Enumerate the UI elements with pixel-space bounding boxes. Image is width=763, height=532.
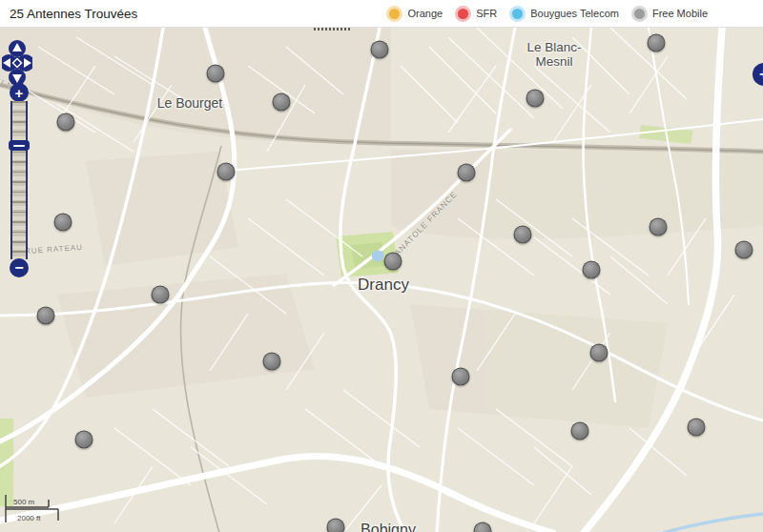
legend-label: SFR	[476, 8, 497, 19]
zoom-in-button[interactable]: +	[10, 83, 29, 102]
antenna-marker[interactable]	[452, 368, 470, 386]
antenna-marker[interactable]	[583, 261, 601, 279]
antenna-marker[interactable]	[54, 214, 72, 232]
antenna-marker[interactable]	[37, 307, 55, 325]
antenna-marker[interactable]	[384, 253, 402, 271]
city-label-bobigny: Bobigny	[361, 522, 416, 532]
pan-compass[interactable]	[2, 39, 32, 87]
antenna-marker[interactable]	[75, 431, 93, 449]
antenna-marker[interactable]	[458, 164, 476, 182]
antenna-marker[interactable]	[57, 113, 75, 132]
antenna-marker[interactable]	[648, 34, 666, 52]
legend-item-orange: Orange	[386, 6, 443, 22]
clipped-map-label	[314, 28, 350, 31]
antenna-marker[interactable]	[327, 519, 345, 532]
page-title: 25 Antennes Trouvées	[10, 7, 137, 21]
sfr-operator-icon	[455, 6, 471, 22]
legend-label: Orange	[407, 8, 443, 19]
antenna-marker[interactable]	[273, 93, 291, 112]
antenna-marker[interactable]	[688, 419, 706, 437]
orange-operator-icon	[386, 6, 402, 22]
antenna-marker[interactable]	[207, 65, 225, 83]
city-label-drancy: Drancy	[358, 276, 409, 295]
antenna-marker[interactable]	[371, 41, 389, 59]
antenna-marker[interactable]	[735, 241, 753, 259]
antenna-marker[interactable]	[152, 286, 170, 304]
antenna-map-app: 25 Antennes Trouvées Orange SFR Bouygues…	[0, 0, 763, 532]
city-label-mesnil: Mesnil	[535, 54, 572, 69]
legend-label: Free Mobile	[652, 8, 708, 19]
antenna-marker[interactable]	[514, 226, 532, 244]
scale-metric-label: 500 m	[13, 498, 35, 506]
antenna-marker[interactable]	[217, 163, 236, 181]
antenna-marker[interactable]	[590, 344, 608, 362]
scale-bar: 500 m 2000 ft	[5, 495, 66, 523]
zoom-out-button[interactable]: −	[10, 258, 29, 277]
city-label-le-blanc: Le Blanc-	[526, 40, 581, 54]
map-canvas[interactable]: Le Bourget Le Blanc- Mesnil Drancy Bobig…	[0, 27, 763, 532]
antenna-marker[interactable]	[526, 90, 545, 108]
free-operator-icon	[631, 6, 648, 22]
legend-item-bouygues: Bouygues Telecom	[509, 6, 619, 22]
scale-imperial-label: 2000 ft	[17, 514, 41, 522]
antenna-marker[interactable]	[263, 353, 281, 371]
antenna-marker[interactable]	[571, 422, 589, 440]
pan-up-button[interactable]	[9, 40, 26, 57]
zoom-slider-track[interactable]	[10, 101, 28, 259]
bouygues-operator-icon	[509, 6, 526, 22]
city-label-le-bourget: Le Bourget	[157, 95, 223, 111]
legend: Orange SFR Bouygues Telecom Free Mobile	[386, 6, 708, 22]
legend-label: Bouygues Telecom	[530, 8, 619, 19]
legend-item-sfr: SFR	[455, 6, 497, 22]
zoom-slider-handle[interactable]	[9, 140, 30, 151]
antenna-marker[interactable]	[650, 218, 668, 236]
legend-item-free: Free Mobile	[631, 6, 708, 22]
header: 25 Antennes Trouvées Orange SFR Bouygues…	[0, 0, 763, 27]
